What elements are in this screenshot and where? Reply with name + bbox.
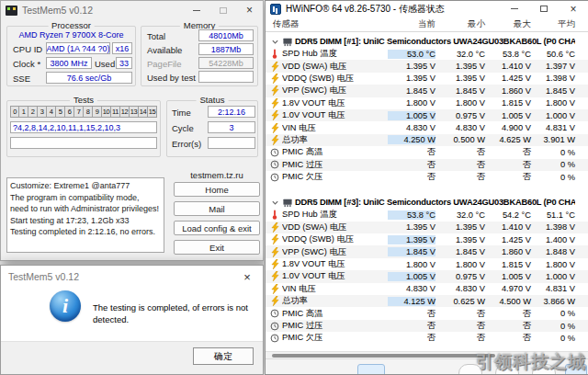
sensor-row[interactable]: VIN 电压4.830 V4.830 V4.970 V4.831 V [266,283,588,295]
memory-total-field[interactable]: 48010Mb [198,29,254,41]
average-value: 0 % [531,334,575,343]
sensor-row[interactable]: PMIC 高温否否否0 % [266,307,588,319]
ok-button[interactable]: 确定 [193,347,254,365]
memory-available-field[interactable]: 1887Mb [198,43,254,55]
maximum-value: 否 [485,171,531,183]
sensor-row[interactable]: VDDQ (SWB) 电压1.395 V1.395 V1.425 V1.400 … [266,233,588,245]
average-value: 1.397 V [531,62,575,71]
sensor-label: PMIC 过压 [282,320,388,332]
status-cycle-label: Cycle [172,123,194,133]
dialog-titlebar[interactable]: TestMem5 v0.12 × [1,266,263,288]
column-sensor[interactable]: 传感器 [273,18,388,30]
test-toggle-4[interactable]: 4 [47,106,56,118]
sensor-row[interactable]: VPP (SWC) 电压1.845 V1.845 V1.860 V1.848 V [266,245,588,257]
test-toggle-13[interactable]: 13 [130,106,139,118]
chevron-down-icon[interactable] [269,38,280,46]
test-sequence-field[interactable]: ?4,2,8,14,2,10,11,1,15,2,10,3 [10,121,157,133]
hwinfo-minimize-button[interactable] [500,2,529,17]
average-value: 0 % [531,173,575,182]
sensor-section-header[interactable]: DDR5 DIMM [#3]: UniIC Semiconductors UWA… [266,196,588,209]
sensor-row[interactable]: 总功率4.250 W0.500 W4.625 W3.901 W [266,134,588,146]
toolbar-button[interactable] [458,364,482,374]
sensor-row[interactable]: PMIC 过压否否否0 % [266,320,588,332]
toolbar-button[interactable] [495,364,519,374]
column-minimum[interactable]: 最小 [435,18,485,30]
mail-button[interactable]: Mail [174,201,260,216]
toolbar-button[interactable] [565,364,587,374]
cpu-id-field[interactable]: AMD (1A ?44 ?0) [46,42,110,54]
dialog-close-icon[interactable]: × [232,267,263,288]
sensor-row[interactable]: VDDQ (SWB) 电压1.395 V1.395 V1.425 V1.398 … [266,73,588,85]
test-extra-field[interactable] [10,137,157,149]
voltage-icon [269,135,280,145]
sensor-row[interactable]: SPD Hub 温度53.0 °C32.0 °C53.8 °C50.6 °C [266,48,588,60]
multiplier-field[interactable]: x16 [112,42,132,54]
close-button[interactable]: × [236,2,263,19]
sensor-column-header[interactable]: 传感器 当前 最小 最大 平均 [266,17,588,32]
test-toggle-12[interactable]: 12 [120,106,130,118]
test-toggle-0[interactable]: 0 [10,106,19,118]
column-average[interactable]: 平均 [531,18,575,30]
sensor-row[interactable]: VIN 电压4.830 V4.830 V4.900 V4.831 V [266,121,588,133]
memory-usedbytest-field[interactable] [198,71,254,83]
sse-field[interactable]: 76.6 sec/Gb [46,72,132,84]
status-errors-label: Error(s) [172,139,201,149]
test-toggle-15[interactable]: 15 [148,106,157,118]
test-toggle-2[interactable]: 2 [28,106,38,118]
test-toggle-8[interactable]: 8 [84,106,93,118]
current-value: 4.125 W [388,297,435,306]
site-link[interactable]: testmem.tz.ru [174,170,260,180]
maximum-value: 1.410 V [485,222,531,232]
maximum-value: 否 [485,159,531,171]
scrollbar-thumb[interactable] [272,354,495,358]
sensor-row[interactable]: VDD (SWA) 电压1.395 V1.395 V1.410 V1.397 V [266,60,588,72]
home-button[interactable]: Home [174,182,260,197]
horizontal-scrollbar[interactable] [266,351,588,358]
average-value: 0 % [531,160,575,169]
sensor-row[interactable]: 1.8V VOUT 电压1.800 V1.800 V1.815 V1.800 V [266,97,588,109]
sensor-row[interactable]: PMIC 欠压否否否0 % [266,171,588,183]
log-line: Start testing at 17:23, 1.2Gb x33 [10,215,161,227]
test-toggle-3[interactable]: 3 [38,106,47,118]
sensor-row[interactable]: VPP (SWC) 电压1.845 V1.845 V1.860 V1.845 V [266,85,588,97]
test-toggle-11[interactable]: 11 [111,106,120,118]
sensor-row[interactable]: 总功率4.125 W0.625 W4.500 W3.866 W [266,295,588,307]
log-area[interactable]: Customize: Extreme1 @anta777 The program… [6,177,164,253]
sensor-section-header[interactable]: DDR5 DIMM [#1]: UniIC Semiconductors UWA… [266,35,588,48]
exit-button[interactable]: Exit [174,240,260,255]
clock-field[interactable]: 3800 MHz [46,57,92,69]
test-toggle-5[interactable]: 5 [56,106,65,118]
voltage-icon [269,222,280,233]
column-maximum[interactable]: 最大 [485,18,531,30]
test-toggle-10[interactable]: 10 [102,106,111,118]
hwinfo-close-button[interactable]: × [559,2,588,17]
maximum-value: 1.815 V [485,260,531,269]
toolbar-button[interactable] [357,364,385,374]
chevron-down-icon[interactable] [269,199,280,207]
sensor-row[interactable]: PMIC 过压否否否0 % [266,159,588,171]
sensor-row[interactable]: 1.8V VOUT 电压1.800 V1.800 V1.815 V1.800 V [266,258,588,270]
sensor-row[interactable]: 1.0V VOUT 电压1.005 V0.975 V1.005 V1.000 V [266,270,588,282]
load-config-exit-button[interactable]: Load config & exit [174,221,260,235]
toolbar-button[interactable] [532,364,556,374]
test-toggle-14[interactable]: 14 [139,106,148,118]
sensor-row[interactable]: SPD Hub 温度53.8 °C32.0 °C54.2 °C51.1 °C [266,209,588,221]
clock-icon [269,173,280,182]
maximize-button[interactable] [209,2,236,19]
hwinfo-titlebar[interactable]: HWiNFO® 64 v8.26-5730 - 传感器状态 × [266,1,588,17]
minimize-button[interactable] [183,2,209,19]
test-toggle-7[interactable]: 7 [74,106,84,118]
sensor-row[interactable]: 1.0V VOUT 电压1.005 V0.975 V1.005 V1.000 V [266,109,588,121]
test-toggle-6[interactable]: 6 [65,106,74,118]
test-toggle-9[interactable]: 9 [93,106,102,118]
used-field[interactable]: 33 [116,57,132,69]
sensor-row[interactable]: PMIC 高温否否否0 % [266,146,588,158]
sensor-row[interactable]: VDD (SWA) 电压1.395 V1.395 V1.410 V1.398 V [266,222,588,233]
column-current[interactable]: 当前 [388,18,435,30]
testmem5-titlebar[interactable]: TestMem5 v0.12 × [1,1,263,19]
sensor-row[interactable]: PMIC 欠压否否否0 % [266,332,588,344]
hwinfo-maximize-button[interactable] [529,2,559,17]
voltage-icon [269,98,280,108]
current-value: 否 [388,320,435,332]
test-toggle-1[interactable]: 1 [19,106,28,118]
